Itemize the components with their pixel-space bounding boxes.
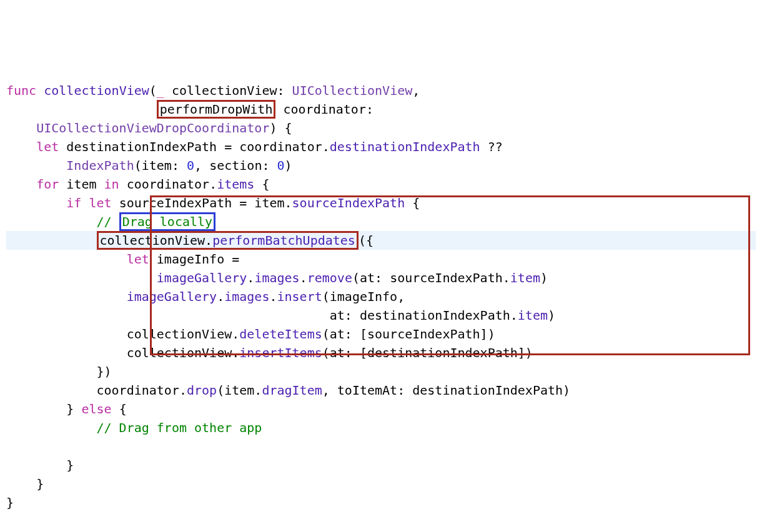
code-block: func collectionView(_ collectionView: UI…: [6, 81, 756, 512]
